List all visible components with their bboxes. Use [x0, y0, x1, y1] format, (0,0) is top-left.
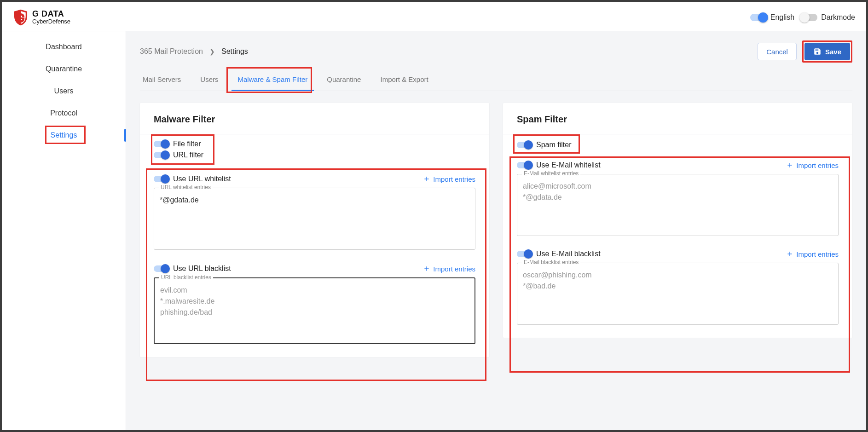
url-blacklist-legend: URL blacklist entries [159, 274, 213, 281]
shield-logo-icon [13, 9, 29, 26]
breadcrumb-current: Settings [221, 47, 248, 56]
spam-filter-toggle[interactable] [517, 142, 532, 148]
save-button[interactable]: Save [804, 43, 850, 60]
url-blacklist-label: Use URL blacklist [173, 265, 231, 273]
app-header: G DATA CyberDefense English Darkmode [2, 2, 866, 31]
url-whitelist-legend: URL whitelist entries [159, 184, 213, 190]
sidebar-item-protocol[interactable]: Protocol [2, 102, 126, 124]
email-blacklist-toggle[interactable] [517, 251, 532, 257]
spam-filter-panel: Spam Filter Spam filter [503, 103, 852, 338]
chevron-right-icon: ❯ [209, 48, 215, 55]
url-whitelist-textarea[interactable]: URL whitelist entries *@gdata.de [154, 188, 475, 250]
brand-logo: G DATA CyberDefense [13, 9, 70, 26]
tab-quarantine[interactable]: Quarantine [324, 69, 364, 91]
import-url-whitelist-button[interactable]: Import entries [423, 175, 475, 183]
brand-name: G DATA [32, 10, 70, 18]
email-blacklist-textarea[interactable]: E-Mail blacklist entries oscar@phishing.… [517, 263, 839, 325]
url-blacklist-toggle[interactable] [154, 265, 168, 272]
import-url-blacklist-button[interactable]: Import entries [423, 265, 475, 273]
plus-icon [786, 161, 793, 169]
malware-filter-title: Malware Filter [140, 103, 489, 134]
breadcrumb: 365 Mail Protection ❯ Settings [140, 47, 248, 56]
import-email-blacklist-button[interactable]: Import entries [786, 250, 839, 258]
plus-icon [423, 175, 430, 183]
main-content: 365 Mail Protection ❯ Settings Cancel Sa… [126, 31, 866, 430]
plus-icon [423, 265, 430, 272]
language-switch[interactable] [750, 14, 767, 21]
sidebar: Dashboard Quarantine Users Protocol Sett… [2, 31, 126, 430]
darkmode-switch[interactable] [801, 14, 817, 21]
language-toggle[interactable]: English [750, 13, 794, 22]
url-filter-label: URL filter [173, 151, 203, 159]
tab-mail-servers[interactable]: Mail Servers [140, 69, 184, 91]
tab-import-export[interactable]: Import & Export [377, 69, 431, 91]
malware-filter-panel: Malware Filter File filter U [140, 103, 489, 357]
spam-filter-label: Spam filter [536, 141, 571, 149]
url-filter-toggle[interactable] [154, 152, 168, 158]
email-whitelist-legend: E-Mail whitelist entries [522, 170, 580, 177]
save-icon [813, 47, 822, 56]
cancel-button[interactable]: Cancel [758, 43, 797, 60]
darkmode-label: Darkmode [821, 13, 855, 22]
sidebar-item-dashboard[interactable]: Dashboard [2, 36, 126, 58]
email-whitelist-textarea[interactable]: E-Mail whitelist entries alice@microsoft… [517, 174, 839, 236]
brand-sub: CyberDefense [32, 18, 70, 25]
spam-filter-title: Spam Filter [503, 103, 852, 134]
sidebar-item-settings[interactable]: Settings [51, 124, 77, 146]
email-blacklist-label: Use E-Mail blacklist [536, 250, 601, 258]
email-whitelist-label: Use E-Mail whitelist [536, 161, 601, 169]
url-whitelist-label: Use URL whitelist [173, 175, 231, 183]
darkmode-toggle[interactable]: Darkmode [801, 13, 855, 22]
language-label: English [770, 13, 794, 22]
settings-tabs: Mail Servers Users Malware & Spam Filter… [140, 69, 852, 91]
breadcrumb-root[interactable]: 365 Mail Protection [140, 47, 203, 56]
url-whitelist-value: *@gdata.de [160, 195, 469, 206]
plus-icon [786, 250, 793, 258]
file-filter-label: File filter [173, 140, 201, 148]
tab-malware-spam[interactable]: Malware & Spam Filter [235, 69, 311, 91]
tab-users[interactable]: Users [197, 69, 221, 91]
import-email-whitelist-button[interactable]: Import entries [786, 161, 839, 169]
email-whitelist-toggle[interactable] [517, 162, 532, 168]
sidebar-item-users[interactable]: Users [2, 80, 126, 102]
sidebar-item-quarantine[interactable]: Quarantine [2, 58, 126, 80]
url-blacklist-textarea[interactable]: URL blacklist entries evil.com *.malware… [154, 277, 475, 344]
file-filter-toggle[interactable] [154, 141, 168, 147]
url-whitelist-toggle[interactable] [154, 176, 168, 182]
email-blacklist-legend: E-Mail blacklist entries [522, 259, 580, 265]
